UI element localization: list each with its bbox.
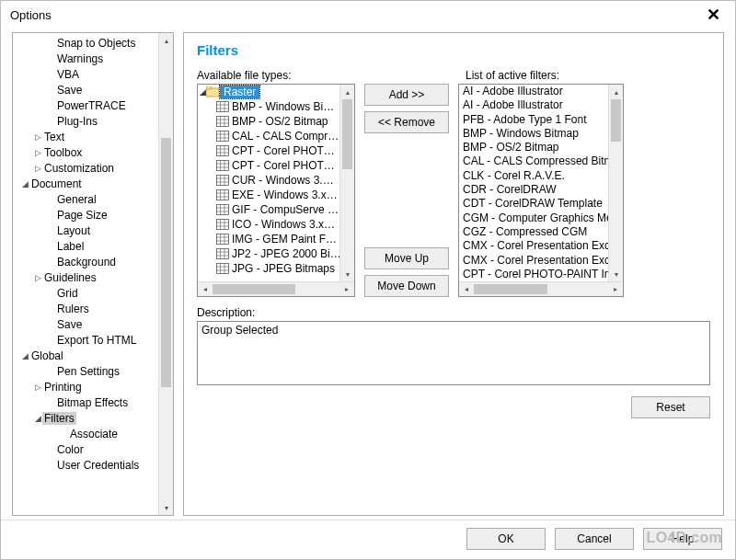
scroll-thumb[interactable]: [474, 284, 547, 294]
svg-rect-37: [217, 205, 229, 215]
tree-item[interactable]: ▷User Credentials: [13, 457, 158, 473]
remove-button[interactable]: << Remove: [364, 111, 449, 133]
tree-item[interactable]: ▷Text: [13, 129, 158, 144]
avail-hscrollbar[interactable]: ◂ ▸: [198, 281, 354, 296]
options-tree[interactable]: ▷Snap to Objects▷Warnings▷VBA▷Save▷Power…: [13, 33, 158, 515]
active-filter-item[interactable]: BMP - OS/2 Bitmap: [459, 141, 623, 154]
raster-group-row[interactable]: ◢ Raster: [198, 85, 354, 99]
filetype-item[interactable]: CPT - Corel PHOT…: [198, 143, 354, 158]
expand-icon[interactable]: ▷: [33, 273, 42, 282]
tree-vscrollbar[interactable]: ▴ ▾: [158, 33, 173, 515]
avail-vscrollbar[interactable]: ▴ ▾: [339, 85, 354, 281]
tree-item[interactable]: ▷Warnings: [13, 51, 158, 66]
tree-item[interactable]: ▷Save: [13, 82, 158, 97]
filetype-item[interactable]: JP2 - JPEG 2000 Bi…: [198, 246, 354, 261]
active-filter-item[interactable]: CDR - CorelDRAW: [459, 183, 623, 197]
tree-item[interactable]: ▷Rulers: [13, 301, 158, 316]
tree-item[interactable]: ◢Document: [13, 176, 158, 191]
scroll-up-icon[interactable]: ▴: [609, 85, 624, 99]
collapse-icon[interactable]: ◢: [33, 414, 42, 423]
tree-item[interactable]: ▷Grid: [13, 285, 158, 301]
scroll-thumb[interactable]: [161, 138, 171, 387]
tree-item[interactable]: ◢Global: [13, 348, 158, 363]
active-filter-item[interactable]: AI - Adobe Illustrator: [459, 98, 623, 112]
active-filters-list[interactable]: AI - Adobe IllustratorAI - Adobe Illustr…: [458, 84, 624, 297]
tree-item[interactable]: ▷Bitmap Effects: [13, 394, 158, 410]
collapse-icon[interactable]: ◢: [20, 179, 29, 189]
scroll-thumb[interactable]: [213, 284, 295, 294]
tree-item[interactable]: ▷VBA: [13, 66, 158, 82]
scroll-up-icon[interactable]: ▴: [159, 33, 174, 48]
filetype-item[interactable]: CAL - CALS Compr…: [198, 129, 354, 143]
scroll-thumb[interactable]: [342, 99, 352, 169]
active-vscrollbar[interactable]: ▴ ▾: [608, 85, 623, 281]
description-box[interactable]: Group Selected: [197, 321, 710, 385]
active-filter-item[interactable]: AI - Adobe Illustrator: [459, 85, 623, 98]
help-button[interactable]: Help: [643, 528, 722, 550]
active-filter-item[interactable]: PFB - Adobe Type 1 Font: [459, 113, 623, 127]
filetype-item[interactable]: BMP - OS/2 Bitmap: [198, 114, 354, 129]
tree-item[interactable]: ▷Associate: [13, 426, 158, 441]
filetype-item[interactable]: EXE - Windows 3.x…: [198, 188, 354, 202]
scroll-thumb[interactable]: [611, 99, 621, 142]
tree-item[interactable]: ▷Page Size: [13, 207, 158, 223]
tree-item[interactable]: ▷Export To HTML: [13, 332, 158, 348]
expand-icon[interactable]: ▷: [33, 164, 42, 173]
reset-button[interactable]: Reset: [631, 396, 710, 418]
active-filter-item[interactable]: CAL - CALS Compressed Bitmap: [459, 154, 623, 168]
filetype-item[interactable]: JPG - JPEG Bitmaps: [198, 261, 354, 276]
filetype-item[interactable]: BMP - Windows Bi…: [198, 99, 354, 114]
tree-item[interactable]: ▷Customization: [13, 160, 158, 176]
tree-item[interactable]: ▷Toolbox: [13, 144, 158, 160]
tree-item[interactable]: ▷Layout: [13, 223, 158, 238]
active-filter-item[interactable]: CMX - Corel Presentation Excha: [459, 254, 623, 268]
active-hscrollbar[interactable]: ◂ ▸: [459, 281, 623, 296]
add-button[interactable]: Add >>: [364, 84, 449, 106]
scroll-left-icon[interactable]: ◂: [459, 282, 474, 297]
tree-item[interactable]: ▷PowerTRACE: [13, 97, 158, 113]
tree-item[interactable]: ▷Label: [13, 238, 158, 254]
filetype-item[interactable]: GIF - CompuServe …: [198, 202, 354, 217]
active-filter-item[interactable]: CGZ - Compressed CGM: [459, 225, 623, 239]
tree-item[interactable]: ▷Pen Settings: [13, 363, 158, 379]
scroll-up-icon[interactable]: ▴: [340, 85, 355, 99]
expand-icon[interactable]: ▷: [33, 148, 42, 157]
scroll-down-icon[interactable]: ▾: [159, 500, 174, 515]
active-filter-item[interactable]: CPT - Corel PHOTO-PAINT Imag: [459, 268, 623, 281]
scroll-right-icon[interactable]: ▸: [608, 282, 623, 297]
tree-item[interactable]: ▷Snap to Objects: [13, 35, 158, 51]
filetype-item[interactable]: IMG - GEM Paint F…: [198, 232, 354, 246]
scroll-down-icon[interactable]: ▾: [340, 267, 355, 281]
scroll-right-icon[interactable]: ▸: [339, 282, 354, 297]
active-filter-item[interactable]: CGM - Computer Graphics Meta: [459, 211, 623, 225]
move-down-button[interactable]: Move Down: [364, 275, 449, 297]
collapse-icon[interactable]: ◢: [200, 87, 206, 97]
close-icon[interactable]: ✕: [701, 6, 726, 23]
ok-button[interactable]: OK: [466, 528, 546, 550]
collapse-icon[interactable]: ◢: [20, 351, 29, 360]
tree-item[interactable]: ▷Background: [13, 254, 158, 269]
tree-item[interactable]: ▷Color: [13, 441, 158, 457]
tree-item[interactable]: ▷Guidelines: [13, 269, 158, 285]
tree-item[interactable]: ◢Filters: [13, 410, 158, 426]
filetype-item[interactable]: ICO - Windows 3.x…: [198, 217, 354, 232]
tree-item[interactable]: ▷General: [13, 191, 158, 207]
move-up-button[interactable]: Move Up: [364, 247, 449, 269]
tree-item[interactable]: ▷Printing: [13, 379, 158, 394]
scroll-track[interactable]: [159, 48, 173, 500]
filetype-item[interactable]: CUR - Windows 3.…: [198, 173, 354, 188]
tree-item[interactable]: ▷Plug-Ins: [13, 113, 158, 129]
active-filter-item[interactable]: CMX - Corel Presentation Excha: [459, 239, 623, 253]
active-filter-item[interactable]: BMP - Windows Bitmap: [459, 127, 623, 141]
scroll-left-icon[interactable]: ◂: [198, 282, 213, 297]
active-filter-item[interactable]: CLK - Corel R.A.V.E.: [459, 169, 623, 183]
scroll-down-icon[interactable]: ▾: [609, 267, 624, 281]
expand-icon[interactable]: ▷: [33, 132, 42, 142]
cancel-button[interactable]: Cancel: [555, 528, 634, 550]
filetype-item[interactable]: CPT - Corel PHOT…: [198, 158, 354, 173]
tree-item[interactable]: ▷Save: [13, 316, 158, 332]
active-filter-item[interactable]: CDT - CorelDRAW Template: [459, 197, 623, 211]
tree-item-label: PowerTRACE: [55, 99, 128, 112]
expand-icon[interactable]: ▷: [33, 383, 42, 392]
available-filetypes-list[interactable]: ◢ Raster BMP - Windows Bi…BMP - OS/2 Bit…: [197, 84, 355, 297]
